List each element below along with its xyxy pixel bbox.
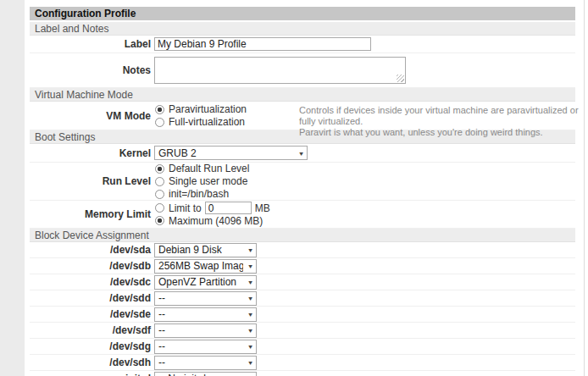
config-profile-panel: Configuration Profile Label and Notes La… [25, 0, 585, 376]
label-field-row: Label [30, 36, 575, 53]
device-sda-select[interactable]: Debian 9 Disk ▼ [154, 243, 257, 257]
select-arrow-icon: ▼ [247, 296, 254, 301]
device-row-sdf: /dev/sdf -- ▼ [30, 323, 575, 339]
notes-field-row: Notes [30, 53, 575, 88]
notes-textarea[interactable] [154, 57, 406, 84]
memory-limit-input[interactable] [205, 202, 252, 214]
memory-limit-option-limit-to: Limit to MB [154, 202, 270, 214]
section-heading-block-device-assignment: Block Device Assignment [30, 229, 575, 242]
run-level-single-user-radio[interactable] [155, 177, 164, 186]
run-level-label: Run Level [30, 175, 151, 187]
run-level-row: Run Level Default Run Level Single user … [30, 163, 575, 201]
device-sdf-select-value: -- [158, 324, 165, 336]
select-arrow-icon: ▼ [247, 247, 254, 253]
device-sdh-select[interactable]: -- ▼ [154, 356, 257, 370]
run-level-radio-group: Default Run Level Single user mode init=… [154, 163, 249, 201]
device-row-sde: /dev/sde -- ▼ [30, 307, 575, 323]
device-sdb-select[interactable]: 256MB Swap Image ▼ [154, 259, 257, 274]
device-sdb-select-value: 256MB Swap Image [158, 260, 243, 272]
device-sde-select[interactable]: -- ▼ [154, 307, 257, 322]
kernel-select[interactable]: GRUB 2 ▼ [154, 146, 308, 160]
memory-limit-maximum-label: Maximum (4096 MB) [169, 215, 263, 227]
device-row-sdh: /dev/sdh -- ▼ [30, 355, 575, 371]
kernel-select-value: GRUB 2 [158, 147, 197, 159]
vm-mode-radio-group: Paravirtualization Full-virtualization [154, 103, 247, 129]
memory-limit-option-maximum: Maximum (4096 MB) [154, 214, 270, 227]
textarea-resize-grip-icon[interactable] [397, 75, 404, 82]
vm-mode-paravirtualization-label: Paravirtualization [169, 103, 247, 115]
section-heading-label-and-notes: Label and Notes [30, 22, 575, 36]
run-level-default-label: Default Run Level [169, 163, 249, 174]
device-sdg-label: /dev/sdg [30, 340, 151, 352]
device-sdd-select[interactable]: -- ▼ [154, 291, 257, 306]
device-row-sdd: /dev/sdd -- ▼ [30, 290, 575, 307]
label-field-label: Label [30, 38, 151, 50]
run-level-option-default: Default Run Level [154, 163, 249, 175]
device-sdh-select-value: -- [158, 357, 165, 368]
device-sde-label: /dev/sde [30, 308, 151, 320]
notes-textarea-wrap [154, 57, 406, 84]
initrd-label: initrd [30, 373, 151, 376]
select-arrow-icon: ▼ [247, 279, 254, 285]
run-level-single-user-label: Single user mode [169, 175, 247, 187]
device-sde-select-value: -- [158, 308, 165, 320]
device-sda-select-value: Debian 9 Disk [158, 244, 222, 256]
section-heading-virtual-machine-mode: Virtual Machine Mode [30, 88, 575, 102]
device-sdb-label: /dev/sdb [30, 260, 151, 272]
device-sdf-select[interactable]: -- ▼ [154, 323, 257, 338]
memory-limit-label: Memory Limit [30, 208, 151, 220]
kernel-row: Kernel GRUB 2 ▼ [30, 144, 575, 163]
run-level-init-bin-bash-radio[interactable] [155, 190, 164, 199]
vm-mode-option-paravirtualization: Paravirtualization [154, 103, 247, 116]
device-sdg-select-value: -- [158, 340, 165, 352]
device-sdc-select-value: OpenVZ Partition [158, 276, 236, 288]
device-row-sdg: /dev/sdg -- ▼ [30, 339, 575, 355]
device-row-sdb: /dev/sdb 256MB Swap Image ▼ [30, 258, 575, 274]
vm-mode-help-text: Controls if devices inside your virtual … [299, 105, 579, 138]
notes-field-label: Notes [30, 64, 151, 76]
vm-mode-help-line1: Controls if devices inside your virtual … [299, 105, 579, 127]
page-left-margin [0, 0, 25, 376]
device-row-initrd: initrd -- No initrd -- ▼ [30, 371, 575, 376]
device-sdc-label: /dev/sdc [30, 276, 151, 288]
device-sdd-select-value: -- [158, 292, 165, 304]
device-sdf-label: /dev/sdf [30, 324, 151, 336]
vm-mode-label: VM Mode [30, 110, 151, 122]
memory-limit-unit-label: MB [255, 202, 270, 214]
label-input[interactable] [154, 37, 371, 51]
device-row-sda: /dev/sda Debian 9 Disk ▼ [30, 242, 575, 258]
device-sdd-label: /dev/sdd [30, 292, 151, 304]
initrd-select[interactable]: -- No initrd -- ▼ [154, 372, 257, 376]
device-sdg-select[interactable]: -- ▼ [154, 340, 257, 354]
select-arrow-icon: ▼ [247, 360, 254, 366]
memory-limit-radio-group: Limit to MB Maximum (4096 MB) [154, 202, 270, 227]
memory-limit-limit-to-label: Limit to [169, 202, 202, 214]
vm-mode-full-virtualization-radio[interactable] [155, 118, 164, 127]
select-arrow-icon: ▼ [247, 344, 254, 350]
run-level-option-init-bin-bash: init=/bin/bash [154, 188, 249, 201]
select-arrow-icon: ▼ [247, 263, 254, 269]
run-level-default-radio[interactable] [155, 164, 164, 174]
device-row-sdc: /dev/sdc OpenVZ Partition ▼ [30, 274, 575, 290]
kernel-label: Kernel [30, 147, 151, 159]
vm-mode-option-full-virtualization: Full-virtualization [154, 116, 247, 129]
vm-mode-help-line2: Paravirt is what you want, unless you're… [299, 127, 579, 138]
panel-title: Configuration Profile [30, 7, 575, 20]
memory-limit-limit-to-radio[interactable] [155, 203, 164, 213]
initrd-select-value: -- No initrd -- [158, 373, 215, 376]
select-arrow-icon: ▼ [247, 312, 254, 318]
select-arrow-icon: ▼ [247, 328, 254, 334]
vm-mode-row: VM Mode Paravirtualization Full-virtuali… [30, 102, 575, 130]
device-sdc-select[interactable]: OpenVZ Partition ▼ [154, 275, 257, 290]
config-profile-form: Configuration Profile Label and Notes La… [30, 7, 575, 376]
vm-mode-full-virtualization-label: Full-virtualization [169, 116, 245, 128]
select-arrow-icon: ▼ [298, 150, 305, 156]
vm-mode-paravirtualization-radio[interactable] [155, 105, 164, 114]
run-level-init-bin-bash-label: init=/bin/bash [169, 188, 229, 200]
memory-limit-row: Memory Limit Limit to MB Maximum (4096 M… [30, 201, 575, 229]
device-sda-label: /dev/sda [30, 244, 151, 256]
device-sdh-label: /dev/sdh [30, 357, 151, 368]
memory-limit-maximum-radio[interactable] [155, 216, 164, 225]
run-level-option-single-user: Single user mode [154, 175, 249, 188]
